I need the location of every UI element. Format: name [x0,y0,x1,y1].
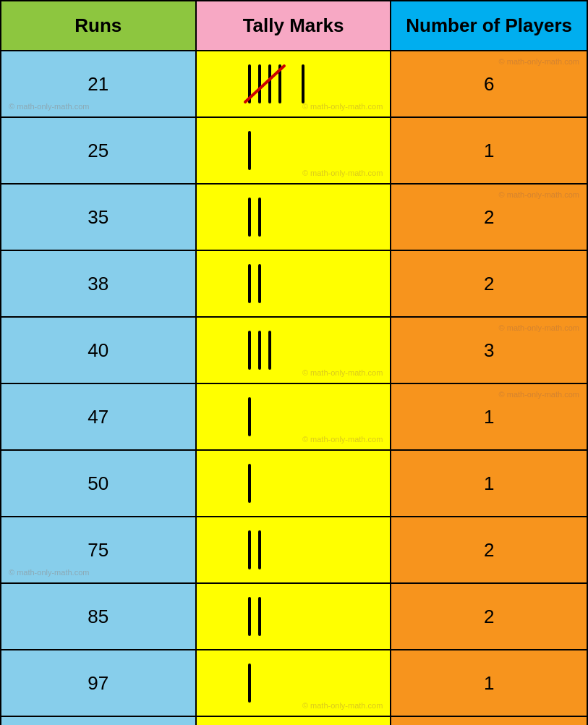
runs-value: 35 [88,206,108,229]
cell-tally [197,717,392,725]
cell-players: 1 [391,717,587,725]
players-value: 2 [484,539,494,561]
cell-runs: 101 [1,717,197,725]
cell-tally [197,517,392,582]
table-header: Runs Tally Marks Number of Players [1,1,587,51]
cell-tally: © math-only-math.com [197,318,392,383]
cell-runs: © math-only-math.com21 [1,51,197,116]
cell-runs: 47 [1,384,197,449]
header-tally: Tally Marks [197,1,392,50]
table-row: 97© math-only-math.com1 [1,650,587,717]
table-row: 47© math-only-math.com© math-only-math.c… [1,384,587,451]
cell-runs: 38 [1,251,197,316]
players-value: 2 [484,206,494,229]
header-runs: Runs [1,1,197,50]
cell-players: 1 [391,118,587,183]
cell-tally: © math-only-math.com [197,51,392,116]
table-row: © math-only-math.com752 [1,517,587,584]
cell-runs: 50 [1,451,197,516]
runs-value: 75 [88,539,108,561]
cell-players: 2 [391,517,587,582]
players-value: 1 [484,672,494,695]
runs-value: 47 [88,406,108,428]
cell-runs: 40 [1,318,197,383]
cell-players: 2 [391,584,587,649]
cell-runs: 97 [1,650,197,716]
runs-value: 25 [88,140,108,162]
runs-value: 85 [88,606,108,628]
cell-players: © math-only-math.com2 [391,185,587,250]
table-row: 1011 [1,717,587,725]
cell-runs: 85 [1,584,197,649]
table-row: 382 [1,251,587,318]
table-row: 25© math-only-math.com1 [1,118,587,185]
players-value: 1 [484,140,494,162]
table-row: 852 [1,584,587,650]
runs-value: 50 [88,472,108,495]
cell-players: © math-only-math.com1 [391,384,587,449]
cell-tally [197,451,392,516]
table-row: 501 [1,451,587,517]
cell-runs: 25 [1,118,197,183]
cell-tally: © math-only-math.com [197,384,392,449]
cell-runs: 35 [1,185,197,250]
main-table: Runs Tally Marks Number of Players © mat… [0,0,588,725]
cell-tally: © math-only-math.com [197,118,392,183]
table-body: © math-only-math.com21© math-only-math.c… [1,51,587,725]
players-value: 3 [484,339,494,362]
table-row: © math-only-math.com21© math-only-math.c… [1,51,587,118]
cell-players: 2 [391,251,587,316]
runs-value: 40 [88,339,108,362]
players-value: 2 [484,273,494,295]
players-value: 1 [484,472,494,495]
cell-runs: © math-only-math.com75 [1,517,197,582]
header-players: Number of Players [391,1,587,50]
cell-players: © math-only-math.com3 [391,318,587,383]
runs-value: 21 [88,73,108,96]
cell-tally: © math-only-math.com [197,650,392,716]
players-value: 6 [484,73,494,96]
cell-tally [197,584,392,649]
runs-value: 38 [88,273,108,295]
players-value: 2 [484,606,494,628]
svg-line-4 [245,66,284,102]
cell-players: 1 [391,650,587,716]
cell-players: 1 [391,451,587,516]
runs-value: 97 [88,672,108,695]
cell-players: © math-only-math.com6 [391,51,587,116]
cell-tally [197,251,392,316]
table-row: 40© math-only-math.com© math-only-math.c… [1,318,587,384]
table-row: 35© math-only-math.com2 [1,185,587,251]
players-value: 1 [484,406,494,428]
cell-tally [197,185,392,250]
